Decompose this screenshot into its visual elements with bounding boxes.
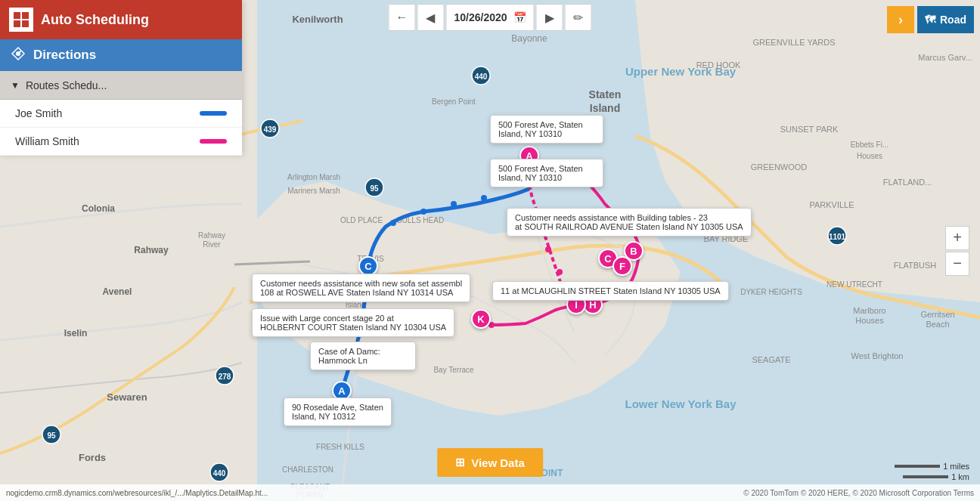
svg-text:West Brighton: West Brighton — [851, 351, 904, 360]
svg-text:Staten: Staten — [589, 88, 622, 101]
svg-text:Ebbets Fi...: Ebbets Fi... — [851, 141, 889, 149]
nav-next-btn[interactable]: ▶ — [536, 4, 563, 31]
zoom-out-btn[interactable]: − — [945, 252, 969, 276]
svg-text:Gerritsen: Gerritsen — [920, 310, 954, 319]
svg-text:FLATBUSH: FLATBUSH — [894, 261, 937, 270]
marker-A-pink[interactable]: A — [519, 146, 539, 165]
driver-item-william[interactable]: William Smith — [0, 128, 242, 156]
app-header: Auto Scheduling — [0, 0, 242, 39]
map-icon: 🗺 — [925, 14, 935, 26]
road-controls: › 🗺 Road — [887, 6, 974, 33]
svg-text:278: 278 — [219, 373, 231, 381]
svg-text:Avenel: Avenel — [103, 286, 132, 297]
svg-text:Island: Island — [590, 102, 620, 114]
left-panel: Auto Scheduling Directions ▼ Routes Sche… — [0, 0, 242, 156]
svg-text:Upper New York Bay: Upper New York Bay — [625, 65, 737, 78]
table-icon: ⊞ — [455, 456, 465, 469]
copyright-text: © 2020 TomTom © 2020 HERE, © 2020 Micros… — [743, 489, 974, 497]
svg-text:CHARLESTON: CHARLESTON — [282, 465, 333, 474]
km-label: 1 km — [951, 472, 969, 481]
app-icon — [9, 8, 33, 32]
marker-K[interactable]: K — [471, 309, 491, 329]
svg-rect-78 — [14, 20, 20, 27]
miles-bar — [895, 465, 940, 468]
view-data-button[interactable]: ⊞ View Data — [437, 448, 543, 477]
svg-text:Arlington Marsh: Arlington Marsh — [287, 173, 340, 181]
svg-text:FRESH KILLS: FRESH KILLS — [316, 443, 364, 451]
svg-text:SUNSET PARK: SUNSET PARK — [780, 125, 839, 134]
road-map-btn[interactable]: 🗺 Road — [917, 6, 974, 33]
bottom-bar: nogicdemo.crm8.dynamics.com/webresources… — [0, 484, 980, 501]
directions-icon — [11, 46, 26, 65]
svg-text:Mariners Marsh: Mariners Marsh — [287, 187, 340, 195]
nav-controls: ← ◀ 10/26/2020 📅 ▶ ✏ — [388, 4, 591, 31]
miles-label: 1 miles — [943, 462, 969, 471]
svg-text:GREENVILLE YARDS: GREENVILLE YARDS — [752, 38, 835, 47]
svg-text:River: River — [203, 240, 221, 249]
road-arrow-btn[interactable]: › — [887, 6, 914, 33]
svg-text:Pralls: Pralls — [346, 292, 364, 301]
view-data-label: View Data — [471, 456, 525, 469]
svg-text:Sewaren: Sewaren — [107, 391, 147, 403]
app-title: Auto Scheduling — [41, 12, 149, 28]
svg-text:DYKER HEIGHTS: DYKER HEIGHTS — [740, 288, 802, 296]
driver-name-joe: Joe Smith — [15, 107, 200, 119]
svg-text:Marcus Garv...: Marcus Garv... — [918, 53, 972, 62]
routes-dropdown-label: Routes Schedu... — [26, 79, 231, 91]
svg-text:Rahway: Rahway — [134, 245, 169, 255]
svg-text:OLD PLACE: OLD PLACE — [340, 216, 383, 224]
svg-text:SEAGATE: SEAGATE — [752, 355, 790, 364]
svg-text:Iselin: Iselin — [64, 328, 88, 339]
zoom-controls: + − — [945, 226, 969, 276]
marker-I[interactable]: I — [566, 295, 586, 314]
svg-rect-76 — [14, 12, 20, 19]
nav-left-arrow[interactable]: ← — [388, 4, 415, 31]
svg-text:Colonia: Colonia — [82, 203, 115, 214]
svg-text:1101: 1101 — [829, 233, 846, 241]
svg-text:Rahway: Rahway — [198, 231, 225, 240]
svg-text:NEW UTRECHT: NEW UTRECHT — [826, 280, 882, 289]
svg-text:GREENWOOD: GREENWOOD — [751, 162, 808, 172]
date-text: 10/26/2020 — [454, 11, 507, 23]
svg-rect-79 — [22, 20, 29, 27]
svg-text:Island: Island — [346, 301, 366, 309]
edit-btn[interactable]: ✏ — [565, 4, 592, 31]
svg-text:95: 95 — [370, 184, 379, 193]
svg-text:440: 440 — [475, 73, 488, 81]
marker-C-blue[interactable]: C — [358, 256, 378, 276]
driver-name-william: William Smith — [15, 135, 200, 147]
km-bar — [903, 475, 948, 478]
svg-text:Beach: Beach — [926, 320, 949, 329]
svg-text:PARKVILLE: PARKVILLE — [809, 200, 854, 209]
svg-text:Bayonne: Bayonne — [511, 33, 547, 44]
directions-title: Directions — [33, 48, 96, 63]
date-display[interactable]: 10/26/2020 📅 — [445, 4, 534, 31]
marker-A-blue[interactable]: A — [332, 381, 352, 400]
svg-text:Bay Terrace: Bay Terrace — [433, 366, 474, 374]
svg-text:95: 95 — [47, 431, 56, 440]
drivers-list: Joe Smith William Smith — [0, 100, 242, 156]
svg-rect-77 — [22, 12, 29, 19]
svg-text:Fords: Fords — [79, 452, 106, 463]
driver-color-william — [200, 139, 227, 144]
driver-color-joe — [200, 111, 227, 116]
url-text: nogicdemo.crm8.dynamics.com/webresources… — [6, 489, 268, 497]
scale-bar: 1 miles 1 km — [895, 462, 969, 481]
driver-item-joe[interactable]: Joe Smith — [0, 100, 242, 128]
zoom-in-btn[interactable]: + — [945, 226, 969, 250]
road-label: Road — [940, 14, 966, 26]
nav-prev-btn[interactable]: ◀ — [417, 4, 444, 31]
svg-text:Lower New York Bay: Lower New York Bay — [625, 397, 737, 410]
svg-text:Houses: Houses — [857, 152, 882, 160]
svg-text:Marlboro: Marlboro — [853, 306, 885, 315]
svg-text:440: 440 — [213, 469, 226, 478]
svg-text:Houses: Houses — [855, 316, 884, 325]
routes-dropdown[interactable]: ▼ Routes Schedu... — [0, 71, 242, 100]
dropdown-arrow-icon: ▼ — [11, 80, 20, 91]
svg-text:Bergen Point: Bergen Point — [432, 97, 476, 106]
svg-text:439: 439 — [264, 125, 277, 134]
marker-F[interactable]: F — [612, 256, 632, 276]
svg-text:BAY RIDGE: BAY RIDGE — [704, 234, 749, 243]
svg-text:FLATLAND...: FLATLAND... — [883, 178, 932, 187]
svg-text:BULLS HEAD: BULLS HEAD — [397, 216, 444, 224]
